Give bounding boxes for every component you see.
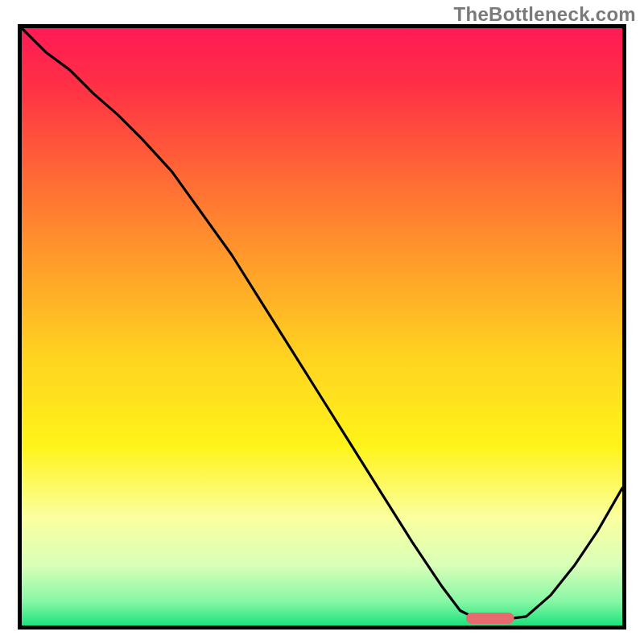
optimal-marker — [22, 28, 622, 625]
watermark-text: TheBottleneck.com — [454, 3, 636, 26]
plot-frame — [18, 24, 626, 630]
bottleneck-chart: TheBottleneck.com — [0, 0, 644, 644]
plot-area — [22, 28, 622, 625]
svg-rect-1 — [466, 613, 514, 624]
